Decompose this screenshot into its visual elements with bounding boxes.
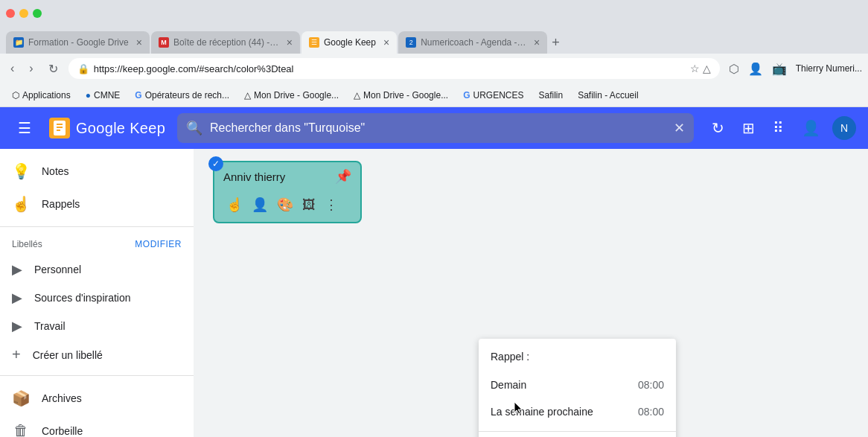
tab2-label: Boîte de réception (44) - thier... <box>173 37 279 48</box>
bookmark-urgences[interactable]: G URGENCES <box>457 89 529 102</box>
tab1-close-icon[interactable]: × <box>136 36 142 48</box>
label-icon-personnel: ▶ <box>12 261 22 278</box>
bookmark-label: Mon Drive - Google... <box>363 90 448 101</box>
note-action-image[interactable]: 🖼 <box>299 194 319 216</box>
search-clear-button[interactable]: ✕ <box>674 120 685 136</box>
sidebar-divider <box>0 226 194 227</box>
bookmark-safilin2[interactable]: Safilin - Accueil <box>572 89 644 102</box>
user-name: Thierry Numeri... <box>796 63 862 74</box>
sidebar-item-archives[interactable]: 📦 Archives <box>0 382 188 415</box>
bookmark-label: Safilin - Accueil <box>578 90 638 101</box>
archives-label: Archives <box>42 392 82 404</box>
tab2-close-icon[interactable]: × <box>287 36 293 48</box>
note-card-anniv[interactable]: ✓ Anniv thierry 📌 ☝ 👤 🎨 🖼 ⋮ <box>213 161 362 223</box>
sidebar-rappels-label: Rappels <box>42 198 80 210</box>
sidebar-item-notes[interactable]: 💡 Notes <box>0 155 188 188</box>
bookmark-mondrive2[interactable]: △ Mon Drive - Google... <box>348 89 454 102</box>
note-check-mark: ✓ <box>208 156 223 171</box>
note-actions: ☝ 👤 🎨 🖼 ⋮ <box>214 188 360 222</box>
search-input[interactable]: Rechercher dans "Turquoise" <box>210 121 666 135</box>
search-icon: 🔍 <box>186 120 202 136</box>
modifier-button[interactable]: MODIFIER <box>135 239 182 249</box>
extensions-icon[interactable]: ⬡ <box>726 59 742 79</box>
content-area: ✓ Anniv thierry 📌 ☝ 👤 🎨 🖼 ⋮ Rappel : Dem… <box>194 149 868 437</box>
user-avatar[interactable]: N <box>832 116 856 140</box>
maximize-window-button[interactable] <box>33 9 42 18</box>
bookmark-safilin1[interactable]: Safilin <box>533 89 569 102</box>
tab-gmail[interactable]: M Boîte de réception (44) - thier... × <box>151 31 300 54</box>
tabs-bar: 📁 Formation - Google Drive × M Boîte de … <box>0 27 868 54</box>
bookmark-cmne[interactable]: ● CMNE <box>80 89 127 102</box>
bookmarks-bar: ⬡ Applications ● CMNE G Opérateurs de re… <box>0 83 868 107</box>
add-label-text: Créer un libellé <box>33 349 103 361</box>
sidebar-item-corbeille[interactable]: 🗑 Corbeille <box>0 415 188 437</box>
reminder-popup: Rappel : Demain 08:00 La semaine prochai… <box>479 339 676 437</box>
demain-label: Demain <box>491 379 526 391</box>
tab3-icon: ☰ <box>309 37 319 48</box>
bookmark-label: Safilin <box>539 90 564 101</box>
sidebar: 💡 Notes ☝ Rappels Libellés MODIFIER ▶ Pe… <box>0 149 194 437</box>
archives-icon: 📦 <box>12 389 30 407</box>
urgences-icon: G <box>463 90 470 101</box>
app-container: ☰ Google Keep 🔍 Rechercher dans "Turquoi… <box>0 107 868 437</box>
popup-item-demain[interactable]: Demain 08:00 <box>479 371 676 398</box>
svg-rect-3 <box>57 127 63 128</box>
tab4-label: Numericoach - Agenda - Sema... <box>421 37 526 48</box>
popup-divider <box>479 431 676 432</box>
note-action-color[interactable]: 🎨 <box>274 194 296 216</box>
refresh-button[interactable]: ↻ <box>706 113 730 143</box>
cast-icon[interactable]: 📺 <box>769 59 790 79</box>
bookmark-mondrive1[interactable]: △ Mon Drive - Google... <box>238 89 345 102</box>
back-button[interactable]: ‹ <box>6 59 19 78</box>
window-controls <box>6 9 42 18</box>
svg-rect-2 <box>57 124 63 125</box>
search-bar[interactable]: 🔍 Rechercher dans "Turquoise" ✕ <box>177 113 694 143</box>
label-personnel-text: Personnel <box>34 264 81 275</box>
bookmark-applications[interactable]: ⬡ Applications <box>6 89 77 102</box>
tab2-icon: M <box>159 37 169 48</box>
notes-icon: 💡 <box>12 162 30 180</box>
tab3-label: Google Keep <box>324 37 376 48</box>
account-button[interactable]: 👤 <box>745 59 766 79</box>
header-right-icons: ↻ ⊞ ⠿ 👤 N <box>706 113 856 143</box>
close-window-button[interactable] <box>6 9 15 18</box>
corbeille-label: Corbeille <box>42 425 83 437</box>
url-bar[interactable]: 🔒 https://keep.google.com/#search/color%… <box>68 58 720 79</box>
menu-button[interactable]: ☰ <box>12 113 37 143</box>
note-action-reminder[interactable]: ☝ <box>223 194 246 216</box>
label-sources[interactable]: ▶ Sources d'inspiration <box>0 284 188 312</box>
tab-agenda[interactable]: 2 Numericoach - Agenda - Sema... × <box>398 31 547 54</box>
tab1-icon: 📁 <box>13 37 24 48</box>
drive2-icon: △ <box>354 90 360 101</box>
new-tab-button[interactable]: + <box>549 32 563 54</box>
tab3-close-icon[interactable]: × <box>383 36 389 48</box>
tab-formation[interactable]: 📁 Formation - Google Drive × <box>6 31 150 54</box>
star-icon[interactable]: ☆ <box>690 63 700 74</box>
lock-icon: 🔒 <box>77 63 89 74</box>
tab4-icon: 2 <box>406 37 416 48</box>
minimize-window-button[interactable] <box>19 9 28 18</box>
forward-button[interactable]: › <box>25 59 37 78</box>
account-button[interactable]: 👤 <box>796 113 826 143</box>
keep-logo-text: Google Keep <box>76 120 165 137</box>
bookmark-operateurs[interactable]: G Opérateurs de rech... <box>129 89 235 102</box>
cmne-icon: ● <box>86 90 91 101</box>
pin-icon[interactable]: 📌 <box>335 168 351 185</box>
reload-button[interactable]: ↻ <box>44 59 63 79</box>
sidebar-item-rappels[interactable]: ☝ Rappels <box>0 188 188 220</box>
note-action-collaborator[interactable]: 👤 <box>249 194 271 216</box>
sidebar-notes-label: Notes <box>42 165 69 177</box>
add-label-button[interactable]: + Créer un libellé <box>0 340 194 369</box>
bookmark-label: Opérateurs de rech... <box>145 90 229 101</box>
drive-icon[interactable]: △ <box>703 63 711 74</box>
tab4-close-icon[interactable]: × <box>534 36 540 48</box>
corbeille-icon: 🗑 <box>12 422 30 437</box>
label-personnel[interactable]: ▶ Personnel <box>0 255 188 284</box>
grid-button[interactable]: ⊞ <box>736 113 761 143</box>
popup-item-semaine[interactable]: La semaine prochaine 08:00 <box>479 398 676 425</box>
tab-keep[interactable]: ☰ Google Keep × <box>301 31 397 54</box>
note-action-more[interactable]: ⋮ <box>322 194 341 216</box>
label-travail[interactable]: ▶ Travail <box>0 312 188 340</box>
apps-button[interactable]: ⠿ <box>767 113 790 143</box>
keep-logo-icon <box>49 118 70 138</box>
